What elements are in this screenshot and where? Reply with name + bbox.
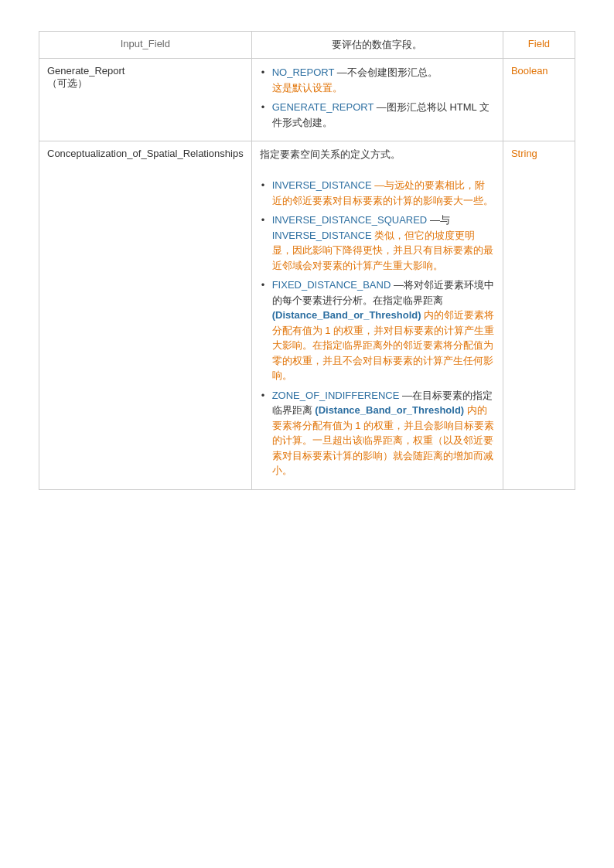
orange-description: 这是默认设置。 — [272, 82, 343, 94]
table-row: Generate_Report（可选）NO_REPORT —不会创建图形汇总。这… — [39, 59, 575, 141]
bold-blue-text: (Distance_Band_or_Threshold) — [315, 404, 464, 416]
list-item: GENERATE_REPORT —图形汇总将以 HTML 文件形式创建。 — [260, 100, 495, 130]
description-cell: 指定要素空间关系的定义方式。INVERSE_DISTANCE —与远处的要素相比… — [251, 141, 503, 490]
list-item: INVERSE_DISTANCE_SQUARED —与 INVERSE_DIST… — [260, 213, 495, 273]
field-name-cell: Conceptualization_of_Spatial_Relationshi… — [39, 141, 252, 490]
type-cell: Boolean — [503, 59, 575, 141]
field-optional-label: （可选） — [47, 77, 87, 89]
list-item: FIXED_DISTANCE_BAND —将对邻近要素环境中的每个要素进行分析。… — [260, 277, 495, 383]
list-item: INVERSE_DISTANCE —与远处的要素相比，附近的邻近要素对目标要素的… — [260, 178, 495, 208]
code-keyword: GENERATE_REPORT — [272, 101, 374, 113]
list-item: ZONE_OF_INDIFFERENCE —在目标要素的指定临界距离 (Dist… — [260, 388, 495, 478]
field-name-text: Conceptualization_of_Spatial_Relationshi… — [47, 148, 244, 159]
bold-blue-text: (Distance_Band_or_Threshold) — [272, 309, 421, 321]
bullet-list: INVERSE_DISTANCE —与远处的要素相比，附近的邻近要素对目标要素的… — [260, 178, 495, 478]
normal-text: —与 — [427, 214, 450, 226]
field-type-value: Boolean — [511, 65, 548, 77]
code-keyword: FIXED_DISTANCE_BAND — [272, 279, 391, 291]
header-field-type: Field — [503, 32, 575, 59]
header-description: 要评估的数值字段。 — [251, 32, 503, 59]
field-name-cell: Generate_Report（可选） — [39, 59, 252, 141]
table-header-row: Input_Field 要评估的数值字段。 Field — [39, 32, 575, 59]
normal-text: —不会创建图形汇总。 — [334, 66, 438, 78]
code-keyword: NO_REPORT — [272, 66, 334, 78]
code-keyword: INVERSE_DISTANCE — [272, 179, 372, 191]
field-type-value: String — [511, 148, 537, 159]
table-row: Conceptualization_of_Spatial_Relationshi… — [39, 141, 575, 490]
header-input-field: Input_Field — [39, 32, 252, 59]
code-keyword: ZONE_OF_INDIFFERENCE — [272, 390, 400, 401]
bullet-list: NO_REPORT —不会创建图形汇总。这是默认设置。GENERATE_REPO… — [260, 65, 495, 130]
list-item: NO_REPORT —不会创建图形汇总。这是默认设置。 — [260, 65, 495, 95]
description-intro: 指定要素空间关系的定义方式。 — [260, 148, 495, 162]
type-cell: String — [503, 141, 575, 490]
code-keyword: INVERSE_DISTANCE_SQUARED — [272, 214, 428, 226]
field-name-text: Generate_Report — [47, 65, 125, 77]
code-keyword: INVERSE_DISTANCE — [272, 230, 372, 241]
description-cell: NO_REPORT —不会创建图形汇总。这是默认设置。GENERATE_REPO… — [251, 59, 503, 141]
main-table: Input_Field 要评估的数值字段。 Field Generate_Rep… — [39, 31, 575, 490]
